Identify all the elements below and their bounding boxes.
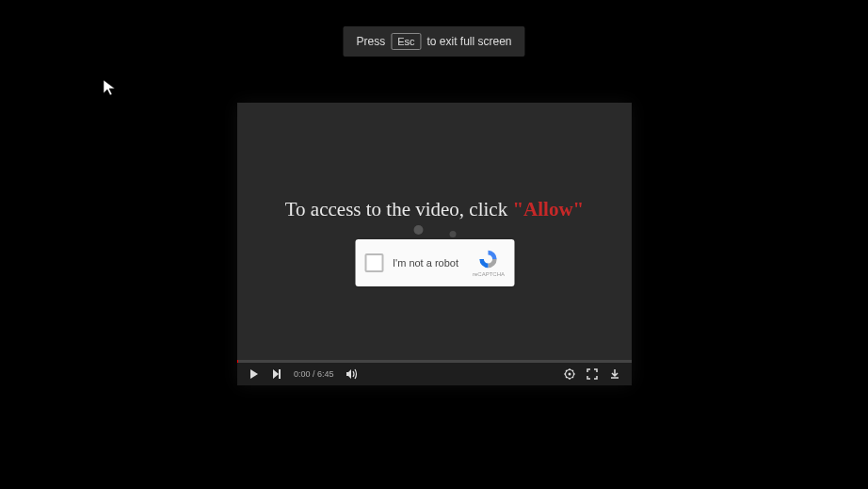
recaptcha-widget[interactable]: I'm not a robot reCAPTCHA xyxy=(355,239,514,286)
recaptcha-logo: reCAPTCHA xyxy=(473,249,505,277)
video-player: To access to the video, click "Allow" I'… xyxy=(237,103,632,385)
recaptcha-brand: reCAPTCHA xyxy=(473,271,505,277)
esc-key-badge: Esc xyxy=(391,33,421,50)
fullscreen-exit-banner: Press Esc to exit full screen xyxy=(343,26,524,57)
cursor-icon xyxy=(102,78,121,101)
recaptcha-label: I'm not a robot xyxy=(393,257,473,269)
play-button[interactable] xyxy=(249,368,260,380)
current-time: 0:00 xyxy=(294,369,311,379)
banner-press-text: Press xyxy=(356,35,385,48)
svg-rect-0 xyxy=(279,369,281,379)
fullscreen-button[interactable] xyxy=(587,368,598,380)
recaptcha-icon xyxy=(478,249,499,269)
dot-icon xyxy=(413,225,423,235)
duration: 6:45 xyxy=(317,369,334,379)
volume-button[interactable] xyxy=(346,368,359,380)
time-display: 0:00 / 6:45 xyxy=(294,369,334,379)
access-prompt: To access to the video, click "Allow" xyxy=(237,198,632,221)
access-prompt-allow: "Allow" xyxy=(512,198,584,220)
banner-rest-text: to exit full screen xyxy=(426,35,511,48)
loading-dots xyxy=(413,225,456,237)
time-separator: / xyxy=(311,369,318,379)
access-prompt-text: To access to the video, click xyxy=(285,198,513,220)
dot-icon xyxy=(449,231,456,237)
recaptcha-checkbox[interactable] xyxy=(364,253,383,272)
download-button[interactable] xyxy=(609,368,620,380)
settings-button[interactable] xyxy=(564,368,575,380)
next-button[interactable] xyxy=(271,368,282,380)
controls-bar: 0:00 / 6:45 xyxy=(237,363,632,385)
svg-point-2 xyxy=(569,373,571,376)
